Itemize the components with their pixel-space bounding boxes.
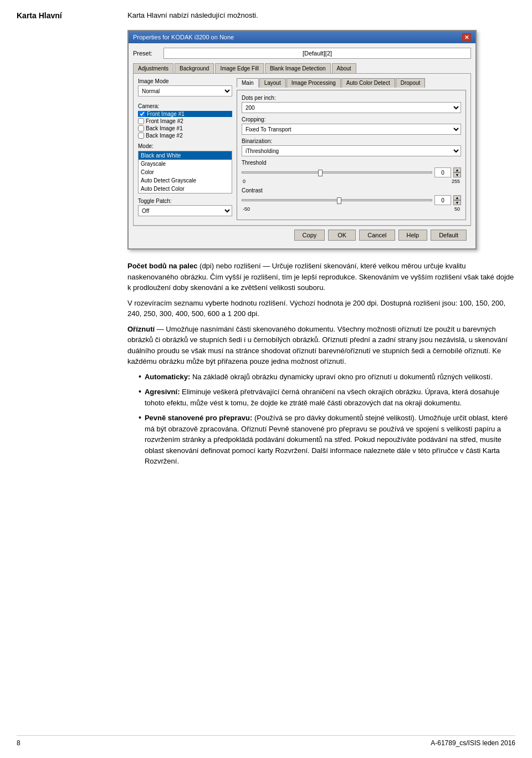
camera-back2[interactable]: Back Image #2 [138,133,232,139]
mode-label: Mode: [138,143,232,149]
properties-dialog: Properties for KODAK i3200 on None ✕ Pre… [127,30,477,250]
section3-bold: Oříznutí [127,325,155,333]
contrast-range: -50 50 [242,206,461,212]
bullet2-text: Eliminuje veškerá přetrvávající černá oh… [145,388,499,407]
mode-bw[interactable]: Black and White [139,151,232,160]
contrast-track[interactable] [242,199,432,201]
tab-about[interactable]: About [332,63,356,73]
subtab-dropout[interactable]: Dropout [396,78,426,88]
tab-background[interactable]: Background [175,63,214,73]
body-section-2: V rozevíracím seznamu vyberte hodnotu ro… [127,298,515,319]
subtab-image-processing[interactable]: Image Processing [287,78,341,88]
cropping-label: Cropping: [242,116,461,123]
cropping-row: Cropping: Fixed To Transport [242,116,461,135]
image-mode-label: Image Mode [138,78,232,84]
contrast-spin-up[interactable]: ▲ [453,195,461,200]
dialog-titlebar: Properties for KODAK i3200 on None ✕ [129,31,475,43]
binarization-select[interactable]: iThresholding [242,145,461,156]
dpi-select[interactable]: 200 [242,102,461,113]
section-title-right: Karta Hlavní nabízí následující možnosti… [127,11,515,20]
mode-color[interactable]: Color [139,168,232,176]
threshold-spin: ▲ ▼ [453,167,461,177]
image-mode-select[interactable]: Normal [138,85,232,96]
bullet-dot-2: • [139,386,141,408]
help-button[interactable]: Help [398,230,428,241]
contrast-value-input[interactable] [434,195,451,205]
preset-input[interactable] [163,48,471,59]
body-left-spacer [17,261,105,472]
contrast-thumb[interactable] [337,197,341,204]
threshold-spin-down[interactable]: ▼ [453,172,461,177]
subtab-auto-color[interactable]: Auto Color Detect [341,78,395,88]
mode-grayscale[interactable]: Grayscale [139,160,232,168]
body-text-area: Počet bodů na palec (dpi) nebo rozlišení… [127,261,515,472]
sub-tabs: Main Layout Image Processing Auto Color … [237,78,466,88]
camera-back1[interactable]: Back Image #1 [138,125,232,131]
body-section-3: Oříznutí — Umožňuje nasnímání části sken… [127,324,515,367]
contrast-spin: ▲ ▼ [453,195,461,205]
bullet3-label: Pevně stanovené pro přepravu: [145,414,252,422]
camera-group: Front Image #1 Front Image #2 Back Image… [138,111,232,139]
top-tabs: Adjustments Background Image Edge Fill B… [133,63,471,73]
cancel-button[interactable]: Cancel [359,230,395,241]
contrast-area: Contrast ▲ ▼ [242,187,461,212]
mode-auto-color[interactable]: Auto Detect Color [139,185,232,193]
bullet-dot-3: • [139,413,141,467]
page-footer: 8 A-61789_cs/ISIS leden 2016 [17,735,515,747]
threshold-track[interactable] [242,171,432,174]
dialog-title: Properties for KODAK i3200 on None [133,34,234,40]
mode-auto-grayscale[interactable]: Auto Detect Grayscale [139,176,232,185]
threshold-spin-up[interactable]: ▲ [453,167,461,172]
bullet-list: • Automaticky: Na základě okrajů obrázku… [139,372,515,467]
ok-button[interactable]: OK [328,230,356,241]
bullet-pevne: • Pevně stanovené pro přepravu: (Používá… [139,413,515,467]
cropping-select[interactable]: Fixed To Transport [242,124,461,135]
preset-label: Preset: [133,50,158,57]
contrast-spin-down[interactable]: ▼ [453,200,461,205]
mode-list: Black and White Grayscale Color Auto Det… [138,151,232,194]
threshold-label: Threshold [242,160,461,166]
footer-page-number: 8 [17,739,21,747]
bullet2-label: Agresivní: [145,388,180,396]
threshold-thumb[interactable] [318,170,323,176]
right-panel: Main Layout Image Processing Auto Color … [237,78,466,221]
threshold-max: 255 [452,179,460,184]
bullet-dot-1: • [139,372,141,383]
threshold-area: Threshold ▲ ▼ [242,160,461,184]
dialog-buttons: Copy OK Cancel Help Default [133,226,471,244]
dpi-row: Dots per inch: 200 [242,95,461,113]
bullet1-text: Na základě okrajů obrázku dynamicky upra… [192,373,493,381]
contrast-max: 50 [454,206,460,212]
contrast-slider-row: ▲ ▼ [242,195,461,205]
subtab-layout[interactable]: Layout [259,78,286,88]
tab-image-edge-fill[interactable]: Image Edge Fill [215,63,263,73]
body-section-1: Počet bodů na palec (dpi) nebo rozlišení… [127,261,515,293]
contrast-min: -50 [243,206,250,212]
dialog-close-button[interactable]: ✕ [462,33,471,41]
copy-button[interactable]: Copy [294,230,325,241]
left-panel: Image Mode Normal Camera: Front Image #1 [138,78,232,221]
threshold-min: 0 [243,179,245,184]
binarization-label: Binarization: [242,138,461,144]
section1-bold: Počet bodů na palec [127,262,197,270]
subtab-main[interactable]: Main [237,78,259,88]
threshold-slider-row: ▲ ▼ [242,167,461,177]
toggle-select[interactable]: Off [138,205,232,216]
bullet-automaticky: • Automaticky: Na základě okrajů obrázku… [139,372,515,383]
camera-front2[interactable]: Front Image #2 [138,118,232,124]
bullet-agresivni: • Agresivní: Eliminuje veškerá přetrváva… [139,386,515,408]
right-content: Dots per inch: 200 Cropping: [237,90,466,220]
threshold-range: 0 255 [242,179,461,184]
dpi-label: Dots per inch: [242,95,461,101]
preset-row: Preset: [133,48,471,59]
default-button[interactable]: Default [431,230,467,241]
dialog-wrapper: Properties for KODAK i3200 on None ✕ Pre… [127,30,515,250]
tab-blank-image-detection[interactable]: Blank Image Detection [265,63,331,73]
camera-front1[interactable]: Front Image #1 [138,111,232,117]
footer-doc-id: A-61789_cs/ISIS leden 2016 [431,739,515,747]
bullet1-label: Automaticky: [145,373,190,381]
section-title-left: Karta Hlavní [17,11,105,20]
threshold-value-input[interactable] [434,167,451,177]
camera-label: Camera: [138,103,232,109]
tab-adjustments[interactable]: Adjustments [133,63,173,73]
